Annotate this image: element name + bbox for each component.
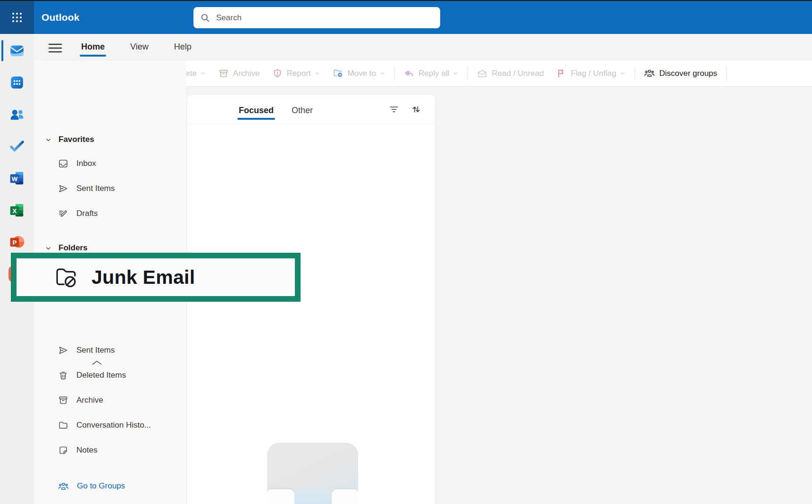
sort-arrows-icon xyxy=(410,104,422,115)
empty-state-illustration xyxy=(267,443,358,504)
favorites-header-label: Favorites xyxy=(59,135,94,144)
powerpoint-icon: P xyxy=(9,234,25,250)
toolbar-divider xyxy=(635,66,635,81)
tab-view[interactable]: View xyxy=(128,40,151,57)
chevron-down-icon xyxy=(379,70,385,76)
people-icon xyxy=(9,107,25,123)
message-list-header: Focused Other xyxy=(187,95,435,124)
excel-icon: X xyxy=(9,202,25,218)
empty-state-tray-left xyxy=(267,489,294,504)
chevron-down-icon xyxy=(200,70,206,76)
folder-conversation-history-label: Conversation Histo... xyxy=(76,421,151,430)
flag-unflag-button[interactable]: Flag / Unflag xyxy=(550,64,632,83)
folder-archive-label: Archive xyxy=(76,396,103,405)
search-box[interactable] xyxy=(193,7,440,28)
drafts-icon xyxy=(58,208,68,219)
move-to-button[interactable]: Move to xyxy=(326,64,392,83)
go-to-groups-link[interactable]: Go to Groups xyxy=(41,476,125,496)
archive-label: Archive xyxy=(233,69,260,78)
rail-calendar-button[interactable] xyxy=(9,74,25,91)
archive-icon xyxy=(58,395,68,405)
folder-sent-items[interactable]: Sent Items xyxy=(41,340,172,361)
reply-all-label: Reply all xyxy=(419,69,449,78)
empty-state-tray-middle xyxy=(294,490,332,504)
filter-button[interactable] xyxy=(388,104,400,115)
send-icon xyxy=(58,345,68,355)
rail-selection-indicator xyxy=(1,40,3,61)
report-button[interactable]: Report xyxy=(266,64,326,83)
tab-focused-label: Focused xyxy=(239,106,274,115)
chevron-down-icon xyxy=(45,245,52,252)
svg-text:X: X xyxy=(12,207,17,215)
folder-notes-label: Notes xyxy=(76,446,97,455)
calendar-icon xyxy=(9,74,25,91)
junk-email-folder-icon xyxy=(53,264,79,290)
chevron-down-icon xyxy=(619,70,626,76)
search-icon xyxy=(200,13,210,23)
toolbar-divider xyxy=(726,66,727,81)
junk-email-annotation-label: Junk Email xyxy=(92,266,195,289)
waffle-icon xyxy=(12,12,22,23)
read-unread-button[interactable]: Read / Unread xyxy=(471,64,550,83)
rail-mail-button[interactable] xyxy=(9,42,25,58)
favorite-sent-items-label: Sent Items xyxy=(76,184,115,193)
tab-other-label: Other xyxy=(292,106,313,115)
favorite-inbox-label: Inbox xyxy=(76,159,96,168)
favorite-sent-items[interactable]: Sent Items xyxy=(41,178,172,199)
folders-header-label: Folders xyxy=(59,243,87,253)
outlook-window: Outlook xyxy=(0,0,812,504)
discover-groups-button[interactable]: Discover groups xyxy=(638,64,723,83)
top-bar: Outlook xyxy=(0,1,812,34)
rail-todo-button[interactable] xyxy=(9,138,25,154)
tab-help-label: Help xyxy=(174,42,192,51)
tab-help[interactable]: Help xyxy=(172,40,193,57)
reply-all-button[interactable]: Reply all xyxy=(398,64,465,83)
sort-button[interactable] xyxy=(410,104,422,115)
folder-notes[interactable]: Notes xyxy=(41,440,172,461)
folder-conversation-history[interactable]: Conversation Histo... xyxy=(41,415,172,436)
toolbar-divider xyxy=(394,66,395,81)
favorite-inbox[interactable]: Inbox xyxy=(41,153,172,174)
hamburger-icon xyxy=(48,41,62,55)
flag-icon xyxy=(556,68,567,79)
chevron-down-icon xyxy=(314,70,320,76)
outlook-mail-icon xyxy=(9,42,25,58)
nav-menu-button[interactable] xyxy=(48,41,62,55)
tab-home[interactable]: Home xyxy=(79,40,107,57)
note-icon xyxy=(58,445,68,455)
tab-view-label: View xyxy=(130,42,149,51)
flag-unflag-label: Flag / Unflag xyxy=(571,69,616,78)
search-input[interactable] xyxy=(215,13,434,23)
folder-deleted-items-label: Deleted Items xyxy=(76,371,126,380)
trash-icon xyxy=(58,370,68,380)
svg-text:W: W xyxy=(12,175,18,182)
folder-archive[interactable]: Archive xyxy=(41,390,172,411)
groups-icon xyxy=(644,68,655,79)
filter-icon xyxy=(388,104,400,115)
app-launcher-button[interactable] xyxy=(0,1,34,34)
rail-word-button[interactable]: W xyxy=(9,170,25,186)
empty-state-tray-right xyxy=(332,489,358,504)
folder-deleted-items[interactable]: Deleted Items xyxy=(41,365,172,386)
tab-other[interactable]: Other xyxy=(292,106,313,124)
archive-button[interactable]: Archive xyxy=(212,64,266,83)
ribbon-tabs: Home View Help xyxy=(79,40,193,57)
reply-all-icon xyxy=(404,68,414,79)
todo-check-icon xyxy=(9,138,25,154)
favorites-header[interactable]: Favorites xyxy=(45,135,94,144)
favorite-drafts[interactable]: Drafts xyxy=(41,203,172,224)
junk-email-annotation[interactable]: Junk Email xyxy=(11,253,301,302)
go-to-groups-label: Go to Groups xyxy=(77,481,125,491)
move-to-label: Move to xyxy=(348,69,376,78)
rail-excel-button[interactable]: X xyxy=(9,202,25,218)
rail-powerpoint-button[interactable]: P xyxy=(9,234,25,250)
tab-home-label: Home xyxy=(81,42,105,51)
app-title[interactable]: Outlook xyxy=(42,12,80,23)
rail-people-button[interactable] xyxy=(9,107,25,123)
tab-focused[interactable]: Focused xyxy=(239,106,274,124)
favorite-drafts-label: Drafts xyxy=(76,209,98,218)
report-shield-icon xyxy=(272,68,283,79)
hidden-folder-icon-fragment xyxy=(92,361,102,365)
folders-header[interactable]: Folders xyxy=(45,243,87,253)
report-label: Report xyxy=(287,69,311,78)
